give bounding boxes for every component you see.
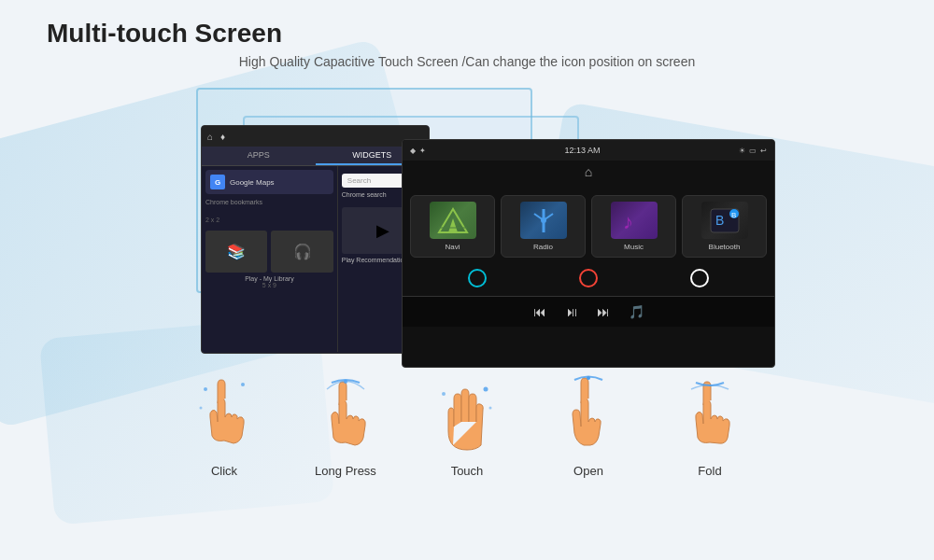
gesture-fold: Fold bbox=[649, 372, 771, 478]
open-label: Open bbox=[573, 464, 603, 478]
gps-icon: ◆ bbox=[410, 147, 416, 155]
svg-point-19 bbox=[587, 376, 590, 380]
screen-tabs: APPS WIDGETS bbox=[202, 147, 429, 166]
app-card-radio[interactable]: Radio bbox=[501, 195, 586, 258]
svg-point-12 bbox=[204, 387, 207, 391]
topbar-right: ☀ ▭ ↩ bbox=[739, 147, 767, 155]
gestures-section: Click Long Press bbox=[47, 372, 887, 478]
dot-teal bbox=[468, 269, 487, 287]
svg-text:♪: ♪ bbox=[623, 210, 633, 233]
navi-icon bbox=[430, 202, 476, 239]
svg-point-6 bbox=[541, 217, 546, 223]
wifi-icon: ♦ bbox=[220, 132, 225, 142]
play-pause-btn[interactable]: ⏯ bbox=[565, 304, 578, 319]
prev-btn[interactable]: ⏮ bbox=[533, 304, 546, 319]
long-press-icon bbox=[308, 372, 383, 456]
gesture-click: Click bbox=[163, 372, 285, 478]
screens-area: ⌂ ♦ APPS WIDGETS G Google Maps Chrome bo… bbox=[47, 88, 887, 358]
split-left-panel: G Google Maps Chrome bookmarks 2 x 2 📚 🎧… bbox=[202, 166, 338, 352]
media-controls: ⏮ ⏯ ⏭ 🎵 bbox=[403, 296, 774, 327]
radio-label: Radio bbox=[533, 243, 553, 251]
music-icon: ♪ bbox=[611, 202, 658, 239]
home-icon: ⌂ bbox=[207, 132, 213, 142]
left-screen-topbar: ⌂ ♦ bbox=[202, 126, 429, 147]
long-press-label: Long Press bbox=[315, 464, 376, 478]
svg-point-14 bbox=[200, 406, 203, 409]
main-content: Multi-touch Screen High Quality Capaciti… bbox=[0, 0, 934, 497]
topbar-left: ◆ ✦ bbox=[410, 147, 426, 155]
time-display: 12:13 AM bbox=[564, 146, 600, 155]
open-icon bbox=[551, 372, 626, 456]
app-grid: Navi Radio bbox=[403, 188, 774, 265]
click-icon bbox=[187, 372, 262, 456]
books-widget: 📚 bbox=[205, 231, 267, 273]
svg-text:B: B bbox=[731, 211, 736, 219]
svg-point-18 bbox=[489, 406, 492, 409]
radio-icon bbox=[520, 202, 567, 239]
chrome-bookmarks-label: Chrome bookmarks bbox=[205, 199, 333, 205]
brightness-icon: ☀ bbox=[739, 147, 745, 155]
dot-red bbox=[579, 269, 598, 287]
fold-label: Fold bbox=[698, 464, 721, 478]
dots-area bbox=[403, 265, 774, 291]
dot-white bbox=[690, 269, 709, 287]
back-icon: ↩ bbox=[760, 147, 767, 155]
bluetooth-icon: B B bbox=[701, 202, 748, 239]
screen-left: ⌂ ♦ APPS WIDGETS G Google Maps Chrome bo… bbox=[201, 125, 430, 354]
svg-point-16 bbox=[484, 386, 488, 391]
bluetooth-label: Bluetooth bbox=[709, 243, 741, 251]
headphones-widget: 🎧 bbox=[271, 231, 333, 273]
battery-icon: ▭ bbox=[749, 147, 757, 155]
chrome-bookmarks-size: 2 x 2 bbox=[205, 217, 219, 223]
touch-icon bbox=[430, 372, 504, 456]
media-widgets: 📚 🎧 bbox=[205, 231, 333, 273]
fold-icon bbox=[672, 372, 747, 456]
maps-label: Google Maps bbox=[230, 178, 275, 187]
click-label: Click bbox=[211, 464, 237, 478]
right-screen-topbar: ◆ ✦ 12:13 AM ☀ ▭ ↩ bbox=[403, 140, 774, 161]
next-btn[interactable]: ⏭ bbox=[597, 304, 610, 319]
screen-body: G Google Maps Chrome bookmarks 2 x 2 📚 🎧… bbox=[202, 166, 429, 352]
gesture-touch: Touch bbox=[406, 372, 528, 478]
maps-icon: G bbox=[210, 175, 225, 189]
navi-label: Navi bbox=[445, 243, 460, 251]
svg-marker-1 bbox=[448, 218, 458, 232]
app-card-music[interactable]: ♪ Music bbox=[591, 195, 676, 258]
google-maps-widget: G Google Maps bbox=[205, 170, 333, 194]
svg-text:B: B bbox=[715, 213, 724, 228]
svg-point-13 bbox=[241, 383, 245, 386]
gesture-open: Open bbox=[528, 372, 649, 478]
app-card-navi[interactable]: Navi bbox=[410, 195, 495, 258]
app-card-bluetooth[interactable]: B B Bluetooth bbox=[682, 195, 767, 258]
gesture-long-press: Long Press bbox=[285, 372, 406, 478]
tab-apps[interactable]: APPS bbox=[202, 147, 316, 165]
svg-point-15 bbox=[344, 380, 347, 384]
music-btn[interactable]: 🎵 bbox=[629, 304, 644, 319]
touch-label: Touch bbox=[451, 464, 484, 478]
page-title: Multi-touch Screen bbox=[47, 19, 887, 49]
screen-right: ◆ ✦ 12:13 AM ☀ ▭ ↩ ⌂ bbox=[402, 139, 775, 368]
media-label: Play - My Library bbox=[205, 275, 333, 282]
bt-icon: ✦ bbox=[419, 147, 426, 155]
svg-point-17 bbox=[442, 392, 446, 396]
home-bar: ⌂ bbox=[403, 161, 774, 183]
home-center-icon: ⌂ bbox=[585, 164, 592, 179]
music-label: Music bbox=[624, 243, 644, 251]
media-size: 5 x 9 bbox=[205, 282, 333, 288]
page-subtitle: High Quality Capacitive Touch Screen /Ca… bbox=[47, 54, 887, 69]
